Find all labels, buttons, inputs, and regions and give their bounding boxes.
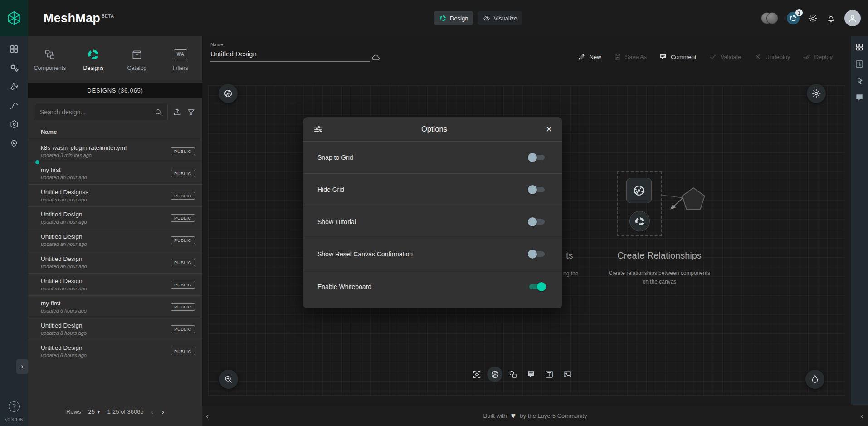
hide-grid-toggle[interactable] bbox=[528, 185, 546, 194]
layer5-logo[interactable] bbox=[0, 0, 28, 36]
new-design-button[interactable]: New bbox=[578, 53, 601, 61]
design-list-item[interactable]: Untitled Designupdated an hour ago PUBLI… bbox=[28, 229, 202, 251]
close-button[interactable]: ✕ bbox=[546, 124, 552, 134]
nav-extensions-button[interactable] bbox=[9, 119, 20, 130]
design-list-item[interactable]: Untitled Designupdated 8 hours ago PUBLI… bbox=[28, 318, 202, 340]
map-pin-icon bbox=[9, 138, 19, 148]
save-as-button[interactable]: Save As bbox=[614, 53, 647, 61]
kubernetes-wheel-icon bbox=[490, 370, 500, 379]
design-name-label: Name bbox=[210, 42, 370, 47]
show-tutorial-toggle[interactable] bbox=[528, 217, 546, 226]
nav-lifecycle-button[interactable] bbox=[9, 63, 20, 73]
design-name-field: Name bbox=[210, 42, 370, 62]
kubernetes-context-button[interactable] bbox=[219, 84, 238, 103]
zoom-button[interactable] bbox=[219, 370, 238, 389]
help-button[interactable]: ? bbox=[9, 401, 20, 412]
bell-icon bbox=[826, 14, 836, 23]
visualize-mode-button[interactable]: Visualize bbox=[478, 11, 522, 25]
comment-tool[interactable] bbox=[523, 367, 539, 382]
tab-catalog[interactable]: Catalog bbox=[115, 36, 159, 83]
footer-bar: ‹ Built with ♥ by the Layer5 Community ‹ bbox=[202, 405, 868, 426]
collaborator-avatar[interactable] bbox=[766, 12, 778, 24]
collapse-right-button[interactable]: ‹ bbox=[861, 405, 863, 426]
nav-performance-button[interactable] bbox=[9, 100, 20, 111]
component-scan-tool[interactable] bbox=[469, 367, 484, 382]
media-tool[interactable] bbox=[560, 367, 575, 382]
filter-icon[interactable] bbox=[187, 108, 195, 117]
image-icon bbox=[563, 370, 572, 379]
search-icon[interactable] bbox=[154, 108, 163, 117]
design-list-item[interactable]: my firstupdated 6 hours ago PUBLIC bbox=[28, 295, 202, 318]
design-mode-button[interactable]: Design bbox=[434, 11, 473, 25]
beta-tag: BETA bbox=[102, 14, 114, 19]
prev-page-button[interactable]: ‹ bbox=[151, 407, 154, 416]
hexagon-icon bbox=[9, 119, 20, 130]
canvas-options-button[interactable] bbox=[807, 84, 826, 103]
dock-chat-button[interactable] bbox=[855, 93, 864, 102]
meshery-node-icon bbox=[629, 211, 650, 231]
wasm-filters-icon: WA bbox=[174, 48, 187, 61]
validate-button[interactable]: Validate bbox=[709, 53, 741, 61]
settings-button[interactable] bbox=[808, 14, 818, 23]
gear-icon bbox=[808, 14, 818, 23]
kubernetes-node-icon bbox=[626, 178, 652, 203]
notifications-button[interactable] bbox=[826, 14, 836, 23]
tab-filters[interactable]: WA Filters bbox=[159, 36, 202, 83]
dock-analytics-button[interactable] bbox=[855, 59, 864, 69]
footer-text-suffix: by the Layer5 Community bbox=[520, 412, 587, 419]
design-list-item[interactable]: my firstupdated an hour ago PUBLIC bbox=[28, 162, 202, 184]
design-list-item[interactable]: Untitled Designupdated an hour ago PUBLI… bbox=[28, 251, 202, 273]
tab-components[interactable]: Components bbox=[28, 36, 72, 83]
drop-icon bbox=[810, 374, 820, 384]
kubernetes-tool[interactable] bbox=[487, 367, 502, 382]
eye-icon bbox=[483, 15, 490, 22]
user-avatar[interactable] bbox=[844, 10, 861, 26]
undeploy-button[interactable]: Undeploy bbox=[754, 53, 790, 61]
text-tool[interactable] bbox=[541, 367, 557, 382]
nav-location-button[interactable] bbox=[9, 138, 19, 148]
design-list-item[interactable]: Untitled Designupdated 8 hours ago PUBLI… bbox=[28, 340, 202, 362]
rail-expand-button[interactable]: › bbox=[16, 359, 28, 374]
dock-pointer-button[interactable] bbox=[855, 76, 864, 85]
header-right: 1 bbox=[761, 0, 861, 36]
collapse-left-button[interactable]: ‹ bbox=[206, 405, 209, 426]
design-list-item[interactable]: Untitled Designssupdated an hour ago PUB… bbox=[28, 184, 202, 206]
dashboard-icon bbox=[9, 44, 19, 54]
merge-drop-button[interactable] bbox=[805, 370, 824, 389]
right-dock-rail bbox=[851, 36, 868, 405]
page-range-label: 1-25 of 36065 bbox=[107, 408, 143, 415]
comment-button[interactable]: Comment bbox=[659, 53, 696, 61]
design-list-item[interactable]: Untitled Designupdated an hour ago PUBLI… bbox=[28, 206, 202, 229]
pointer-icon bbox=[855, 76, 864, 85]
notification-badge: 1 bbox=[795, 9, 803, 16]
tab-designs[interactable]: Designs bbox=[72, 36, 115, 83]
deploy-button[interactable]: Deploy bbox=[803, 53, 833, 61]
rows-per-page-select[interactable]: 25 ▾ bbox=[88, 408, 100, 415]
snap-to-grid-toggle[interactable] bbox=[528, 153, 546, 162]
design-mode-icon bbox=[439, 15, 447, 22]
nav-configuration-button[interactable] bbox=[9, 82, 19, 92]
next-page-button[interactable]: › bbox=[161, 407, 164, 416]
visibility-badge: PUBLIC bbox=[171, 325, 195, 333]
shapes-tool[interactable] bbox=[505, 367, 521, 382]
show-reset-canvas-confirmation-toggle[interactable] bbox=[528, 250, 546, 259]
design-list-item[interactable]: k8s-wasm-plugin-ratelimiter.ymlupdated 3… bbox=[28, 140, 202, 162]
nav-dashboard-button[interactable] bbox=[9, 44, 19, 54]
import-design-icon[interactable] bbox=[173, 108, 182, 117]
search-input[interactable] bbox=[40, 108, 151, 116]
floppy-icon bbox=[614, 53, 622, 61]
meshery-extension-button[interactable]: 1 bbox=[787, 12, 800, 24]
gear-icon bbox=[811, 88, 821, 98]
scan-gear-icon bbox=[472, 370, 482, 379]
design-list-item[interactable]: Untitled Designupdated an hour ago PUBLI… bbox=[28, 273, 202, 295]
options-modal-header: Options ✕ bbox=[303, 117, 562, 142]
design-name-input[interactable] bbox=[210, 47, 370, 62]
grid-icon bbox=[855, 43, 864, 52]
enable-whiteboard-toggle[interactable] bbox=[528, 282, 546, 291]
canvas-toolbar: New Save As Comment Validate Undeploy De… bbox=[578, 53, 833, 61]
option-row: Hide Grid bbox=[303, 174, 562, 206]
components-icon bbox=[44, 48, 56, 61]
check-icon bbox=[709, 53, 717, 61]
dock-grid-button[interactable] bbox=[855, 43, 864, 52]
visibility-badge: PUBLIC bbox=[171, 303, 195, 311]
